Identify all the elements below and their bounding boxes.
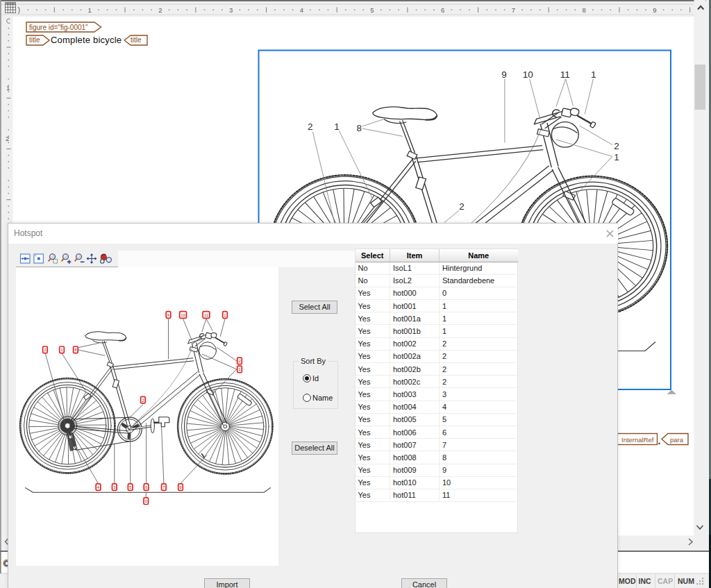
svg-text:6: 6 bbox=[441, 6, 444, 14]
svg-text:8: 8 bbox=[582, 6, 585, 14]
svg-text:InternalRef: InternalRef bbox=[621, 436, 654, 444]
svg-text:1: 1 bbox=[6, 84, 10, 92]
svg-text:5: 5 bbox=[370, 6, 374, 14]
svg-text:9: 9 bbox=[653, 6, 656, 14]
svg-text:1: 1 bbox=[591, 69, 596, 80]
svg-text:1: 1 bbox=[334, 121, 340, 132]
svg-text:7: 7 bbox=[512, 6, 515, 14]
svg-text:8: 8 bbox=[356, 123, 362, 133]
svg-text:2: 2 bbox=[614, 141, 619, 151]
svg-text:2: 2 bbox=[6, 135, 9, 142]
svg-text:4: 4 bbox=[300, 6, 303, 14]
svg-text:3: 3 bbox=[229, 6, 233, 14]
svg-text:2: 2 bbox=[459, 201, 465, 212]
svg-text:2: 2 bbox=[308, 121, 313, 132]
svg-text:10: 10 bbox=[181, 312, 185, 317]
svg-text:1: 1 bbox=[88, 6, 92, 14]
svg-text:11: 11 bbox=[204, 312, 209, 317]
svg-text:.: . bbox=[658, 435, 661, 446]
svg-text:10: 10 bbox=[523, 69, 533, 80]
svg-text:2: 2 bbox=[158, 6, 162, 14]
svg-text:11: 11 bbox=[560, 69, 570, 80]
svg-text:9: 9 bbox=[501, 69, 507, 80]
svg-text:): ) bbox=[18, 6, 21, 14]
svg-text:1: 1 bbox=[614, 152, 619, 162]
svg-text:para: para bbox=[670, 436, 684, 444]
